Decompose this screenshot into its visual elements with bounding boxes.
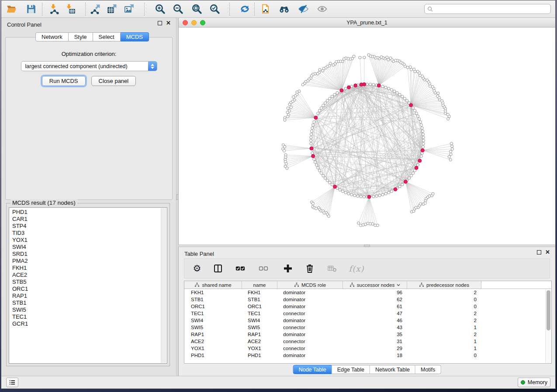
- maximize-window-icon[interactable]: [200, 20, 205, 25]
- cell-name: STB1: [242, 297, 277, 302]
- mcds-result-item[interactable]: SWI5: [9, 306, 160, 313]
- function-builder-icon[interactable]: f(x): [348, 263, 365, 274]
- table-row[interactable]: RAP1RAP1dominator352: [184, 331, 545, 338]
- mcds-result-item[interactable]: SWI4: [9, 244, 160, 251]
- zoom-selected-icon[interactable]: [208, 3, 221, 15]
- tab-network-table[interactable]: Network Table: [370, 365, 415, 374]
- toolbar-separator: [42, 3, 42, 16]
- table-row[interactable]: SWI4SWI4dominator462: [184, 317, 545, 324]
- mcds-result-item[interactable]: PHD1: [9, 209, 160, 216]
- mcds-result-item[interactable]: GCR1: [9, 320, 160, 327]
- optimization-criterion-select[interactable]: largest connected component (undirected): [21, 61, 157, 71]
- float-panel-icon[interactable]: [537, 250, 541, 254]
- open-session-icon[interactable]: [5, 3, 17, 15]
- table-row[interactable]: ORC1ORC1dominator610: [184, 303, 545, 310]
- cell-successor-nodes: 62: [343, 297, 407, 302]
- cell-successor-nodes: 61: [343, 304, 407, 309]
- import-table-icon[interactable]: [64, 3, 76, 15]
- cell-mcds-role: dominator: [277, 304, 343, 309]
- column-header-shared-name[interactable]: shared name: [184, 281, 242, 289]
- mcds-result-item[interactable]: YOX1: [9, 237, 160, 244]
- float-panel-icon[interactable]: [158, 21, 162, 25]
- toolbar-separator: [229, 3, 230, 16]
- node-table-header: shared name name MCDS role successor nod…: [184, 281, 551, 289]
- hide-selected-icon[interactable]: [297, 3, 309, 15]
- tab-node-table[interactable]: Node Table: [293, 365, 332, 374]
- mcds-result-item[interactable]: STB1: [9, 299, 160, 306]
- zoom-fit-icon[interactable]: [190, 3, 203, 15]
- tab-select[interactable]: Select: [93, 32, 121, 41]
- desktop: Control Panel ✕ Network Style Select MCD…: [0, 0, 557, 392]
- tab-network[interactable]: Network: [35, 32, 69, 41]
- save-session-icon[interactable]: [25, 3, 37, 15]
- close-panel-icon[interactable]: ✕: [545, 250, 550, 254]
- delete-table-icon[interactable]: [326, 263, 338, 274]
- mcds-result-item[interactable]: FKH1: [9, 265, 160, 272]
- import-network-icon[interactable]: [48, 3, 60, 15]
- mcds-result-item[interactable]: TID3: [9, 230, 160, 237]
- table-row[interactable]: PHD1PHD1dominator180: [184, 352, 545, 359]
- mcds-result-item[interactable]: ORC1: [9, 285, 160, 292]
- task-history-button[interactable]: [6, 378, 18, 387]
- mcds-list-scrollbar[interactable]: [161, 208, 166, 363]
- mcds-result-listbox: PHD1CAR1STP4TID3YOX1SWI4SRD1PMA2FKH1ACE2…: [9, 207, 167, 364]
- column-header-filler: [481, 281, 551, 289]
- network-window-titlebar[interactable]: YPA_prune.txt_1: [179, 18, 555, 28]
- table-row[interactable]: TEC1TEC1connector472: [184, 310, 545, 317]
- tab-edge-table[interactable]: Edge Table: [332, 365, 370, 374]
- mcds-result-item[interactable]: CAR1: [9, 216, 160, 223]
- tab-style[interactable]: Style: [69, 32, 93, 41]
- close-window-icon[interactable]: [183, 20, 188, 25]
- table-scrollbar[interactable]: [545, 289, 551, 363]
- network-canvas[interactable]: [179, 28, 555, 244]
- column-header-name[interactable]: name: [242, 281, 277, 289]
- control-panel-tabs: Network Style Select MCDS: [35, 32, 149, 41]
- search-input[interactable]: [433, 5, 550, 13]
- mcds-result-item[interactable]: RAP1: [9, 292, 160, 299]
- table-row[interactable]: FKH1FKH1dominator962: [184, 289, 545, 296]
- cell-successor-nodes: 35: [343, 332, 407, 337]
- run-mcds-button[interactable]: Run MCDS: [42, 76, 86, 86]
- column-header-predecessor-nodes[interactable]: predecessor nodes: [407, 281, 481, 289]
- table-row[interactable]: STB1STB1dominator620: [184, 296, 545, 303]
- mcds-result-item[interactable]: SRD1: [9, 251, 160, 258]
- table-row[interactable]: YOX1YOX1connector291: [184, 345, 545, 352]
- close-panel-icon[interactable]: ✕: [166, 21, 171, 25]
- show-columns-icon[interactable]: [212, 263, 224, 274]
- share-document-icon[interactable]: [259, 3, 271, 15]
- toolbar-search-box[interactable]: [424, 4, 551, 14]
- show-all-icon[interactable]: [316, 3, 328, 15]
- mcds-result-item[interactable]: PMA2: [9, 258, 160, 265]
- export-table-icon[interactable]: [106, 3, 118, 15]
- zoom-out-icon[interactable]: [172, 3, 184, 15]
- cell-mcds-role: dominator: [277, 318, 343, 323]
- export-image-icon[interactable]: [123, 3, 135, 15]
- table-settings-icon[interactable]: ⚙: [191, 263, 203, 274]
- apply-layout-icon[interactable]: [239, 3, 251, 15]
- select-all-icon[interactable]: [235, 263, 246, 274]
- export-network-icon[interactable]: [89, 3, 101, 15]
- cell-successor-nodes: 46: [343, 318, 407, 323]
- cell-mcds-role: dominator: [277, 297, 343, 302]
- mcds-result-item[interactable]: STB5: [9, 279, 160, 285]
- network-window-title: YPA_prune.txt_1: [346, 20, 387, 26]
- mcds-result-item[interactable]: TEC1: [9, 313, 160, 320]
- minimize-window-icon[interactable]: [191, 20, 197, 25]
- memory-button[interactable]: Memory: [518, 378, 550, 387]
- mcds-result-item[interactable]: STP4: [9, 223, 160, 230]
- tab-mcds[interactable]: MCDS: [121, 32, 149, 41]
- search-network-icon[interactable]: [278, 3, 290, 15]
- delete-column-icon[interactable]: [304, 263, 315, 274]
- add-column-icon[interactable]: [282, 263, 294, 274]
- table-row[interactable]: SWI5SWI5connector431: [184, 324, 545, 331]
- column-header-mcds-role[interactable]: MCDS role: [277, 281, 343, 289]
- scrollbar-thumb[interactable]: [547, 290, 550, 330]
- tab-motifs[interactable]: Motifs: [415, 365, 441, 374]
- table-row[interactable]: ACE2ACE2connector311: [184, 338, 545, 345]
- close-panel-button[interactable]: Close panel: [91, 76, 136, 86]
- deselect-all-icon[interactable]: [258, 263, 269, 274]
- column-header-successor-nodes[interactable]: successor nodes: [343, 281, 407, 289]
- zoom-in-icon[interactable]: [154, 3, 166, 15]
- mcds-result-item[interactable]: ACE2: [9, 272, 160, 279]
- network-view-window: YPA_prune.txt_1: [178, 18, 555, 244]
